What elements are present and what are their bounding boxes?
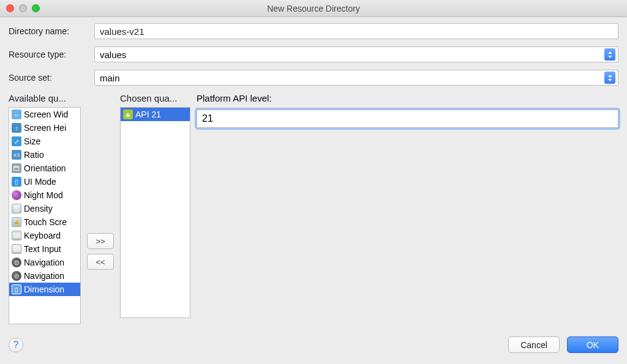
qualifier-dimension[interactable]: ▯Dimension bbox=[9, 283, 80, 296]
ratio-icon: 4:3 bbox=[12, 150, 21, 160]
ui-mode-icon: ▯ bbox=[12, 177, 21, 187]
keyboard-icon: ⌨ bbox=[12, 231, 21, 240]
qualifier-text-input[interactable]: ⌨Text Input bbox=[9, 242, 80, 256]
directory-name-label: Directory name: bbox=[9, 26, 94, 36]
help-button[interactable]: ? bbox=[9, 338, 23, 352]
qualifier-density[interactable]: ▒Density bbox=[9, 202, 80, 215]
api-level-input[interactable] bbox=[197, 110, 618, 128]
orientation-icon: 🗔 bbox=[12, 163, 21, 173]
qualifier-screen-height[interactable]: ↕Screen Hei bbox=[9, 121, 80, 135]
navigation-icon: ⊙ bbox=[12, 271, 21, 281]
qualifier-size[interactable]: ⤢Size bbox=[9, 135, 80, 148]
source-set-value: main bbox=[100, 73, 604, 83]
combo-stepper-icon: ▲▼ bbox=[604, 72, 615, 84]
screen-width-icon: ↔ bbox=[12, 110, 21, 119]
qualifier-screen-width[interactable]: ↔Screen Wid bbox=[9, 108, 80, 121]
night-mode-icon bbox=[12, 190, 21, 200]
resource-type-combo[interactable]: values ▲▼ bbox=[94, 46, 618, 62]
dimension-icon: ▯ bbox=[12, 284, 21, 294]
resource-type-label: Resource type: bbox=[9, 50, 94, 59]
add-qualifier-button[interactable]: >> bbox=[87, 233, 114, 249]
qualifier-orientation[interactable]: 🗔Orientation bbox=[9, 162, 80, 175]
qualifier-touch-screen[interactable]: ☝Touch Scre bbox=[9, 215, 80, 229]
chosen-qualifiers-header: Chosen qua... bbox=[120, 93, 190, 103]
qualifier-navigation-method[interactable]: ⊙Navigation bbox=[9, 269, 80, 283]
navigation-icon: ⊙ bbox=[12, 258, 21, 267]
source-set-label: Source set: bbox=[9, 73, 94, 83]
qualifier-ratio[interactable]: 4:3Ratio bbox=[9, 148, 80, 162]
qualifier-ui-mode[interactable]: ▯UI Mode bbox=[9, 175, 80, 188]
qualifier-night-mode[interactable]: Night Mod bbox=[9, 188, 80, 202]
size-icon: ⤢ bbox=[12, 136, 21, 146]
remove-qualifier-button[interactable]: << bbox=[87, 254, 114, 270]
density-icon: ▒ bbox=[12, 204, 21, 214]
directory-name-input[interactable] bbox=[94, 23, 618, 39]
available-qualifiers-list[interactable]: ↔Screen Wid ↕Screen Hei ⤢Size 4:3Ratio 🗔… bbox=[9, 107, 81, 324]
touch-screen-icon: ☝ bbox=[12, 217, 21, 227]
qualifier-navigation-state[interactable]: ⊙Navigation bbox=[9, 256, 80, 269]
android-icon: ◈ bbox=[123, 110, 133, 119]
available-qualifiers-header: Available qu... bbox=[9, 93, 81, 103]
api-level-label: Platform API level: bbox=[197, 93, 618, 103]
ok-button[interactable]: OK bbox=[567, 336, 618, 353]
source-set-combo[interactable]: main ▲▼ bbox=[94, 70, 618, 86]
screen-height-icon: ↕ bbox=[12, 123, 21, 133]
resource-type-value: values bbox=[100, 50, 604, 60]
qualifier-keyboard[interactable]: ⌨Keyboard bbox=[9, 229, 80, 242]
combo-stepper-icon: ▲▼ bbox=[604, 48, 615, 61]
chosen-qualifiers-list[interactable]: ◈API 21 bbox=[120, 107, 190, 318]
titlebar: New Resource Directory bbox=[0, 0, 627, 17]
cancel-button[interactable]: Cancel bbox=[508, 336, 560, 353]
window-title: New Resource Directory bbox=[0, 4, 627, 13]
text-input-icon: ⌨ bbox=[12, 244, 21, 254]
chosen-api-level[interactable]: ◈API 21 bbox=[121, 108, 190, 121]
